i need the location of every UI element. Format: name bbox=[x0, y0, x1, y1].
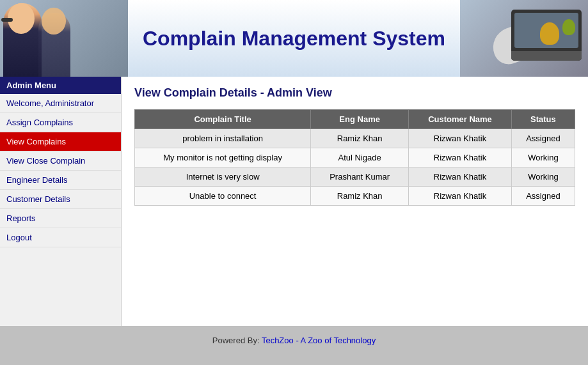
sidebar-item-view-close-complain[interactable]: View Close Complain bbox=[0, 151, 121, 171]
laptop-screen bbox=[514, 13, 578, 48]
person2-head bbox=[42, 8, 66, 35]
sidebar-title: Admin Menu bbox=[0, 77, 121, 94]
footer: Powered By: TechZoo - A Zoo of Technolog… bbox=[0, 326, 588, 355]
cell-eng_name: Ramiz Khan bbox=[311, 129, 409, 148]
cell-customer_name: Rizwan Khatik bbox=[409, 148, 512, 167]
table-header: Complain Title Eng Name Customer Name St… bbox=[135, 110, 575, 129]
cell-status: Working bbox=[511, 167, 575, 187]
cell-customer_name: Rizwan Khatik bbox=[409, 187, 512, 206]
header: Complain Management System bbox=[0, 0, 588, 77]
cell-complain_title: problem in installation bbox=[135, 129, 311, 148]
cell-eng_name: Atul Nigade bbox=[311, 148, 409, 167]
col-status: Status bbox=[511, 110, 575, 129]
cell-eng_name: Ramiz Khan bbox=[311, 187, 409, 206]
cell-status: Assigned bbox=[511, 187, 575, 206]
main-container: Admin Menu Welcome, Administrator Assign… bbox=[0, 77, 588, 326]
table-row: My monitor is not getting displayAtul Ni… bbox=[135, 148, 575, 167]
cell-complain_title: Unable to connect bbox=[135, 187, 311, 206]
header-photo-left bbox=[0, 0, 128, 77]
sidebar-item-engineer-details[interactable]: Engineer Details bbox=[0, 171, 121, 190]
footer-link[interactable]: TechZoo - A Zoo of Technology bbox=[262, 336, 376, 345]
table-body: problem in installationRamiz KhanRizwan … bbox=[135, 129, 575, 206]
table-row: Unable to connectRamiz KhanRizwan Khatik… bbox=[135, 187, 575, 206]
parrot-decoration bbox=[540, 22, 559, 45]
table-row: problem in installationRamiz KhanRizwan … bbox=[135, 129, 575, 148]
sidebar-item-logout[interactable]: Logout bbox=[0, 228, 121, 247]
header-photo-right bbox=[460, 0, 588, 77]
cell-status: Assigned bbox=[511, 129, 575, 148]
cell-complain_title: Internet is very slow bbox=[135, 167, 311, 187]
sidebar-item-view-complains[interactable]: View Complains bbox=[0, 132, 121, 151]
sidebar-item-assign-complains[interactable]: Assign Complains bbox=[0, 113, 121, 132]
cell-customer_name: Rizwan Khatik bbox=[409, 129, 512, 148]
header-title: Complain Management System bbox=[143, 27, 445, 50]
laptop-decoration bbox=[511, 10, 582, 61]
cell-status: Working bbox=[511, 148, 575, 167]
sidebar-item-welcome[interactable]: Welcome, Administrator bbox=[0, 94, 121, 113]
col-customer-name: Customer Name bbox=[409, 110, 512, 129]
sidebar-item-reports[interactable]: Reports bbox=[0, 209, 121, 228]
footer-text: Powered By: bbox=[212, 336, 262, 345]
cell-customer_name: Rizwan Khatik bbox=[409, 167, 512, 187]
cell-complain_title: My monitor is not getting display bbox=[135, 148, 311, 167]
page-title: View Complain Details - Admin View bbox=[134, 86, 575, 100]
laptop-base bbox=[511, 51, 582, 61]
header-center: Complain Management System bbox=[128, 0, 460, 77]
col-complain-title: Complain Title bbox=[135, 110, 311, 129]
cell-eng_name: Prashant Kumar bbox=[311, 167, 409, 187]
table-row: Internet is very slowPrashant KumarRizwa… bbox=[135, 167, 575, 187]
sidebar-item-customer-details[interactable]: Customer Details bbox=[0, 190, 121, 209]
col-eng-name: Eng Name bbox=[311, 110, 409, 129]
complains-table: Complain Title Eng Name Customer Name St… bbox=[134, 109, 575, 206]
content-area: View Complain Details - Admin View Compl… bbox=[122, 77, 588, 326]
sidebar: Admin Menu Welcome, Administrator Assign… bbox=[0, 77, 122, 326]
headset-mic bbox=[1, 18, 13, 22]
table-header-row: Complain Title Eng Name Customer Name St… bbox=[135, 110, 575, 129]
